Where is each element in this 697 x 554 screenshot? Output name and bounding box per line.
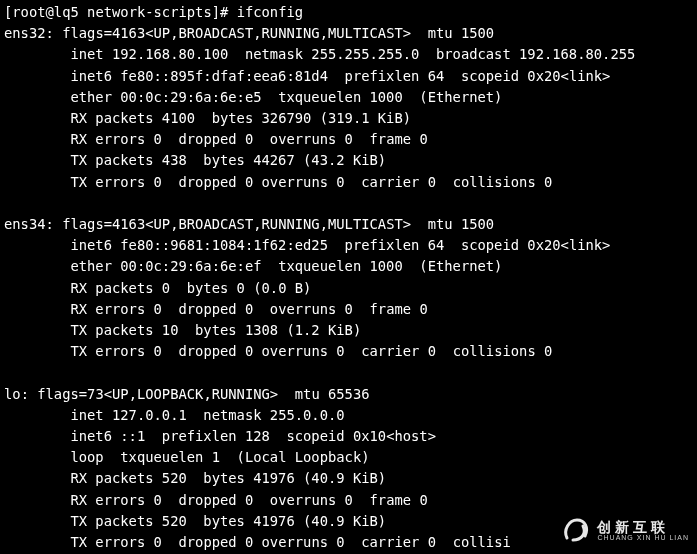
if-name: ens32 [4, 25, 46, 41]
prompt-symbol: # [220, 4, 228, 20]
watermark-logo-icon [561, 516, 591, 544]
command: ifconfig [237, 4, 303, 20]
prompt-user: root [12, 4, 45, 20]
prompt-cwd: network-scripts [87, 4, 212, 20]
terminal-output: [root@lq5 network-scripts]# ifconfig ens… [0, 0, 697, 554]
watermark: 创新互联 CHUANG XIN HU LIAN [561, 516, 689, 544]
prompt-host: lq5 [54, 4, 79, 20]
watermark-text-en: CHUANG XIN HU LIAN [597, 534, 689, 541]
if-name: ens34 [4, 216, 46, 232]
if-name: lo [4, 386, 21, 402]
watermark-text-cn: 创新互联 [597, 520, 689, 534]
